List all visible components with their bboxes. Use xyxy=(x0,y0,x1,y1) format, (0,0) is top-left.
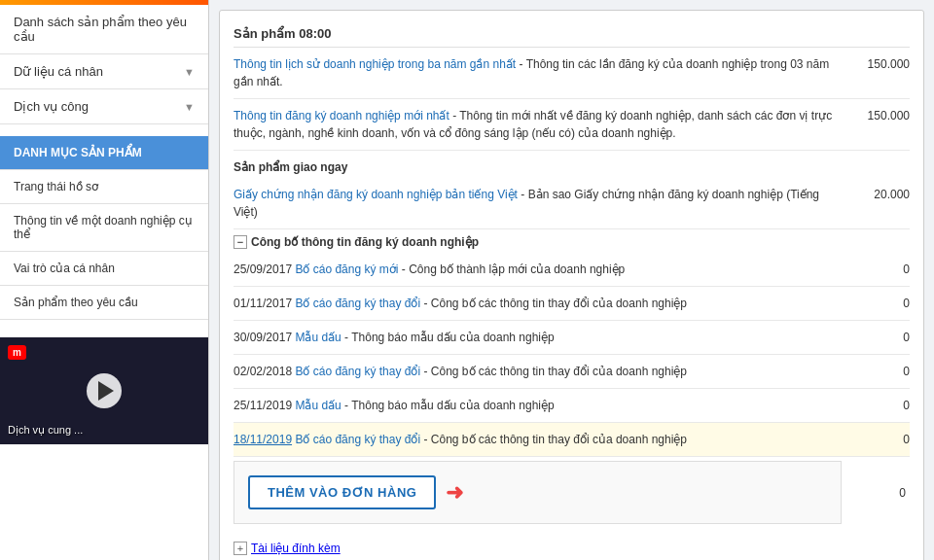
product-link[interactable]: Thông tin đăng ký doanh nghiệp mới nhất xyxy=(234,109,449,122)
product-row: 02/02/2018 Bố cáo đăng ký thay đổi - Côn… xyxy=(234,355,910,389)
product-price: 150.000 xyxy=(842,55,910,71)
row-desc-2: - Thông báo mẫu dấu của doanh nghiệp xyxy=(344,331,555,344)
content-panel: Sản phẩm 08:00 Thông tin lịch sử doanh n… xyxy=(219,10,924,560)
play-button[interactable] xyxy=(87,373,122,408)
main-content: Sản phẩm 08:00 Thông tin lịch sử doanh n… xyxy=(209,0,934,560)
sidebar-sub-item-3[interactable]: Sản phẩm theo yêu cầu xyxy=(0,286,208,320)
row-link-3[interactable]: Bố cáo đăng ký thay đổi xyxy=(295,365,420,378)
row-desc-4: - Thông báo mẫu dấu của doanh nghiệp xyxy=(344,399,555,412)
row-price-2: 0 xyxy=(842,329,910,344)
sidebar-item-dich-vu-cong[interactable]: Dịch vụ công ▼ xyxy=(0,89,208,124)
row-link-0[interactable]: Bố cáo đăng ký mới xyxy=(295,262,398,276)
attachment-row[interactable]: + Tài liệu đính kèm xyxy=(234,534,910,559)
row-desc-0: - Công bố thành lập mới của doanh nghiệp xyxy=(402,262,625,276)
sidebar-sub-item-2[interactable]: Vai trò của cá nhân xyxy=(0,252,208,286)
video-thumbnail[interactable]: m Dịch vụ cung ... xyxy=(0,337,208,444)
product-name: 25/11/2019 Mẫu dấu - Thông báo mẫu dấu c… xyxy=(234,397,834,414)
collapse-icon: − xyxy=(234,235,247,249)
row-date-3: 02/02/2018 xyxy=(234,365,292,378)
sidebar-item-label: Danh sách sản phẩm theo yêu cầu xyxy=(14,15,195,44)
row-desc-3: - Công bố các thông tin thay đổi của doa… xyxy=(424,365,688,378)
plus-icon: + xyxy=(234,542,247,555)
product-name: 02/02/2018 Bố cáo đăng ký thay đổi - Côn… xyxy=(234,363,834,380)
product-row: Thông tin lịch sử doanh nghiệp trong ba … xyxy=(234,48,910,99)
product-row: 30/09/2017 Mẫu dấu - Thông báo mẫu dấu c… xyxy=(234,321,910,355)
sidebar-item-danh-sach[interactable]: Danh sách sản phẩm theo yêu cầu xyxy=(0,5,208,54)
sidebar-menu-title[interactable]: DANH MỤC SẢN PHẨM xyxy=(0,136,208,170)
sub-item-label-2: Vai trò của cá nhân xyxy=(14,262,115,275)
product-price: 150.000 xyxy=(842,107,910,122)
row-price-3: 0 xyxy=(842,363,910,378)
row-date-1: 01/11/2017 xyxy=(234,297,292,310)
sub-item-label-3: Sản phẩm theo yêu cầu xyxy=(14,296,138,309)
sidebar-item-label: Dịch vụ công xyxy=(14,99,89,114)
sub-item-label-1: Thông tin về một doanh nghiệp cụ thể xyxy=(14,214,193,241)
arrow-right-icon: ➜ xyxy=(446,480,463,506)
row-desc-5: - Công bố các thông tin thay đổi của doa… xyxy=(424,433,688,446)
collapse-title: Công bố thông tin đăng ký doanh nghiệp xyxy=(251,235,479,249)
attachment-link[interactable]: Tài liệu đính kèm xyxy=(251,542,341,555)
add-to-cart-button[interactable]: THÊM VÀO ĐƠN HÀNG xyxy=(248,475,436,509)
row-price-0: 0 xyxy=(842,261,910,276)
sub-item-label-0: Trang thái hồ sơ xyxy=(14,180,98,193)
product-row: 25/11/2019 Mẫu dấu - Thông báo mẫu dấu c… xyxy=(234,389,910,423)
row-desc-1: - Công bố các thông tin thay đổi của doa… xyxy=(424,297,688,310)
product-link[interactable]: Giấy chứng nhận đăng ký doanh nghiệp bản… xyxy=(234,188,518,201)
chevron-down-icon: ▼ xyxy=(184,66,195,78)
row-link-2[interactable]: Mẫu dấu xyxy=(295,331,341,344)
add-to-cart-area: THÊM VÀO ĐƠN HÀNG ➜ xyxy=(234,461,842,524)
row-price-4: 0 xyxy=(842,397,910,412)
menu-title-label: DANH MỤC SẢN PHẨM xyxy=(14,146,142,159)
row-date-4: 25/11/2019 xyxy=(234,399,292,412)
play-icon xyxy=(98,381,114,401)
section2-title: Sản phẩm giao ngay xyxy=(234,155,910,178)
product-name: Thông tin lịch sử doanh nghiệp trong ba … xyxy=(234,55,834,90)
row-date-2: 30/09/2017 xyxy=(234,331,292,344)
product-row: 25/09/2017 Bố cáo đăng ký mới - Công bố … xyxy=(234,253,910,287)
collapse-rows: 25/09/2017 Bố cáo đăng ký mới - Công bố … xyxy=(234,253,910,534)
chevron-down-icon: ▼ xyxy=(184,101,195,113)
product-link[interactable]: Thông tin lịch sử doanh nghiệp trong ba … xyxy=(234,57,516,71)
product-row-highlighted: 18/11/2019 Bố cáo đăng ký thay đổi - Côn… xyxy=(234,423,910,457)
row-link-5[interactable]: Bố cáo đăng ký thay đổi xyxy=(295,433,420,446)
row-date-0: 25/09/2017 xyxy=(234,262,292,276)
section1-title: Sản phẩm 08:00 xyxy=(234,20,910,48)
product-row: 01/11/2017 Bố cáo đăng ký thay đổi - Côn… xyxy=(234,287,910,321)
video-label: Dịch vụ cung ... xyxy=(8,424,200,437)
sidebar-sub-item-0[interactable]: Trang thái hồ sơ xyxy=(0,170,208,204)
product-row: Thông tin đăng ký doanh nghiệp mới nhất … xyxy=(234,99,910,151)
product-name: 25/09/2017 Bố cáo đăng ký mới - Công bố … xyxy=(234,261,834,278)
product-price: 20.000 xyxy=(842,186,910,201)
row-price-5: 0 xyxy=(842,431,910,446)
product-name: Thông tin đăng ký doanh nghiệp mới nhất … xyxy=(234,107,834,142)
product-name: 18/11/2019 Bố cáo đăng ký thay đổi - Côn… xyxy=(234,431,834,448)
sidebar-item-label: Dữ liệu cá nhân xyxy=(14,64,103,79)
sidebar: Danh sách sản phẩm theo yêu cầu Dữ liệu … xyxy=(0,0,209,560)
product-name: 01/11/2017 Bố cáo đăng ký thay đổi - Côn… xyxy=(234,295,834,312)
sidebar-item-du-lieu-ca-nhan[interactable]: Dữ liệu cá nhân ▼ xyxy=(0,54,208,89)
row-link-4[interactable]: Mẫu dấu xyxy=(295,399,341,412)
row-date-5: 18/11/2019 xyxy=(234,433,292,446)
product-name: 30/09/2017 Mẫu dấu - Thông báo mẫu dấu c… xyxy=(234,329,834,346)
youtube-logo: m xyxy=(8,345,26,360)
row-link-1[interactable]: Bố cáo đăng ký thay đổi xyxy=(295,297,420,310)
collapse-toggle[interactable]: − Công bố thông tin đăng ký doanh nghiệp xyxy=(234,229,910,253)
cart-price: 0 xyxy=(842,486,910,500)
sidebar-sub-item-1[interactable]: Thông tin về một doanh nghiệp cụ thể xyxy=(0,204,208,252)
row-price-1: 0 xyxy=(842,295,910,310)
product-row: Giấy chứng nhận đăng ký doanh nghiệp bản… xyxy=(234,178,910,229)
product-name: Giấy chứng nhận đăng ký doanh nghiệp bản… xyxy=(234,186,834,221)
